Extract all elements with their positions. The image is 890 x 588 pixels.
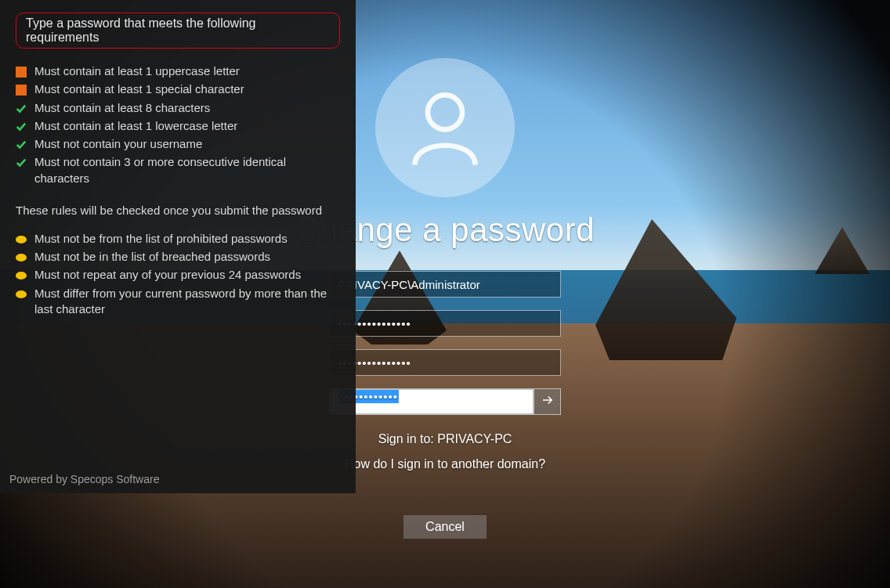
rule-text: Must not repeat any of your previous 24 … — [34, 267, 301, 283]
rule-text: Must contain at least 1 lowercase letter — [34, 118, 237, 134]
check-icon — [16, 139, 27, 150]
submit-rules-note: These rules will be checked once you sub… — [16, 204, 340, 217]
fail-icon — [16, 67, 27, 78]
rule-text: Must not be from the list of prohibited … — [34, 231, 288, 247]
pending-icon — [16, 272, 27, 280]
policy-header: Type a password that meets the following… — [16, 13, 340, 49]
rule-item: Must contain at least 1 uppercase letter — [16, 63, 340, 79]
rule-item: Must contain at least 1 lowercase letter — [16, 118, 340, 134]
rule-text: Must not be in the list of breached pass… — [34, 249, 270, 265]
other-domain-link[interactable]: How do I sign in to another domain? — [345, 457, 545, 471]
rule-item: Must not be from the list of prohibited … — [16, 231, 340, 247]
sign-in-to: Sign in to: PRIVACY-PC — [378, 432, 512, 446]
live-rules-list: Must contain at least 1 uppercase letter… — [16, 63, 340, 186]
pending-icon — [16, 236, 27, 243]
submit-rules-list: Must not be from the list of prohibited … — [16, 231, 340, 317]
rule-item: Must not be in the list of breached pass… — [16, 249, 340, 265]
user-avatar — [375, 58, 515, 197]
rule-item: Must contain at least 8 characters — [16, 100, 340, 116]
check-icon — [16, 157, 27, 168]
svg-point-0 — [428, 95, 462, 129]
rule-text: Must differ from your current password b… — [34, 286, 340, 318]
rule-text: Must contain at least 1 special characte… — [34, 81, 244, 97]
check-icon — [16, 103, 27, 114]
rule-item: Must not contain 3 or more consecutive i… — [16, 154, 340, 186]
fail-icon — [16, 85, 27, 96]
powered-by: Powered by Specops Software — [9, 473, 159, 485]
rule-item: Must not repeat any of your previous 24 … — [16, 267, 340, 283]
rule-text: Must contain at least 8 characters — [34, 100, 210, 116]
pending-icon — [16, 254, 27, 262]
cancel-button[interactable]: Cancel — [403, 515, 487, 539]
rule-item: Must differ from your current password b… — [16, 286, 340, 318]
username-field[interactable] — [329, 271, 561, 298]
rule-text: Must not contain 3 or more consecutive i… — [34, 154, 340, 186]
user-icon — [402, 83, 488, 172]
password-policy-panel: Type a password that meets the following… — [0, 0, 356, 493]
confirm-password-field[interactable]: •••••••••••• — [329, 388, 534, 415]
rule-item: Must contain at least 1 special characte… — [16, 81, 340, 97]
arrow-right-icon — [541, 393, 555, 410]
check-icon — [16, 121, 27, 132]
submit-button[interactable] — [534, 388, 561, 415]
rule-text: Must not contain your username — [34, 136, 202, 152]
old-password-field[interactable] — [329, 310, 561, 337]
rule-text: Must contain at least 1 uppercase letter — [34, 63, 240, 79]
pending-icon — [16, 290, 27, 298]
rule-item: Must not contain your username — [16, 136, 340, 152]
new-password-field[interactable] — [329, 349, 561, 376]
